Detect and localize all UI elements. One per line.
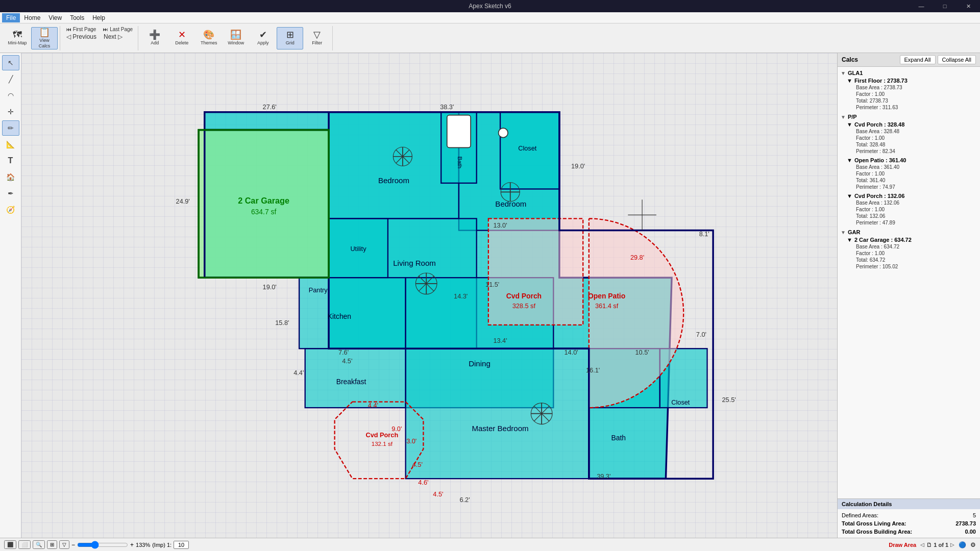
next-button[interactable]: Next ▷ bbox=[101, 33, 126, 41]
zoom-slider[interactable] bbox=[77, 541, 128, 549]
filter-icon: ▽ bbox=[313, 30, 321, 39]
settings-status-button[interactable]: ⚙ bbox=[970, 541, 976, 548]
next-page-btn[interactable]: ▷ bbox=[950, 542, 954, 547]
svg-text:19.0': 19.0' bbox=[263, 283, 277, 291]
svg-text:7.0': 7.0' bbox=[696, 331, 706, 338]
add-button[interactable]: ➕ Add bbox=[141, 27, 168, 49]
calcs-panel-title: Calcs bbox=[842, 56, 858, 63]
close-button[interactable]: ✕ bbox=[957, 0, 980, 12]
text-tool[interactable]: T bbox=[2, 153, 19, 168]
svg-text:19.0': 19.0' bbox=[571, 162, 585, 170]
svg-text:14.3': 14.3' bbox=[454, 292, 468, 300]
left-tool-panel: ↖ ╱ ◠ ✛ ✏ 📐 T 🏠 ✒ 🧭 bbox=[0, 53, 21, 538]
toolbar-group-nav: ⏮ First Page ⏭ Last Page ◁ Previous Next… bbox=[61, 26, 138, 51]
cvd-porch2-base: Base Area : 132.06 bbox=[856, 199, 978, 206]
2car-total: Total: 634.72 bbox=[856, 257, 978, 263]
last-page-button[interactable]: ⏭ Last Page bbox=[100, 26, 136, 33]
apply-button[interactable]: ✔ Apply bbox=[250, 27, 276, 49]
compass-tool[interactable]: 🧭 bbox=[2, 202, 19, 217]
zoom-out-button[interactable]: − bbox=[71, 541, 75, 548]
maximize-button[interactable]: □ bbox=[933, 0, 957, 12]
bluetooth-button[interactable]: 🔵 bbox=[959, 541, 966, 548]
svg-text:2 Car Garage: 2 Car Garage bbox=[238, 196, 289, 205]
grid-icon: ⊞ bbox=[286, 30, 294, 39]
menu-view[interactable]: View bbox=[44, 13, 66, 22]
minimize-button[interactable]: — bbox=[910, 0, 933, 12]
calcs-body[interactable]: ▼ GLA1 ▼ First Floor : 2738.73 Base Area… bbox=[838, 67, 980, 498]
gla1-header[interactable]: ▼ GLA1 bbox=[840, 69, 978, 77]
prev-page-button[interactable]: ◁ bbox=[920, 542, 924, 547]
2car-header[interactable]: ▼ 2 Car Garage : 634.72 bbox=[846, 236, 978, 243]
open-patio-header[interactable]: ▼ Open Patio : 361.40 bbox=[846, 157, 978, 164]
svg-text:Cvd Porch: Cvd Porch bbox=[506, 292, 542, 300]
cvd-porch1-header[interactable]: ▼ Cvd Porch : 328.48 bbox=[846, 121, 978, 128]
total-gba-value: 0.00 bbox=[965, 529, 976, 535]
svg-text:Utility: Utility bbox=[350, 245, 366, 253]
view-calcs-icon: 📋 bbox=[39, 28, 50, 37]
mini-map-icon: 🗺 bbox=[13, 30, 22, 39]
menu-file[interactable]: File bbox=[2, 13, 20, 22]
view-calcs-button[interactable]: 📋 ViewCalcs bbox=[31, 27, 58, 49]
first-floor-header[interactable]: ▼ First Floor : 2738.73 bbox=[846, 77, 978, 84]
collapse-all-button[interactable]: Collapse All bbox=[938, 55, 976, 64]
window-button[interactable]: 🪟 Window bbox=[223, 27, 249, 49]
svg-text:11.5': 11.5' bbox=[485, 281, 499, 288]
first-page-button[interactable]: ⏮ First Page bbox=[63, 26, 99, 33]
grid-small-button[interactable]: ⊞ bbox=[47, 540, 57, 549]
apply-label: Apply bbox=[257, 40, 269, 46]
calculation-details-bar[interactable]: Calculation Details bbox=[838, 498, 980, 509]
svg-rect-9 bbox=[406, 348, 589, 479]
menu-tools[interactable]: Tools bbox=[66, 13, 88, 22]
menu-home[interactable]: Home bbox=[20, 13, 44, 22]
2car-factor: Factor : 1.00 bbox=[856, 250, 978, 257]
measure-tool[interactable]: 📐 bbox=[2, 137, 19, 152]
delete-icon: ✕ bbox=[178, 30, 186, 39]
expand-all-button[interactable]: Expand All bbox=[900, 55, 936, 64]
pp-cvd-porch2: ▼ Cvd Porch : 132.06 Base Area : 132.06 … bbox=[846, 192, 978, 226]
cvd-porch2-header[interactable]: ▼ Cvd Porch : 132.06 bbox=[846, 192, 978, 199]
arc-tool[interactable]: ◠ bbox=[2, 88, 19, 103]
themes-button[interactable]: 🎨 Themes bbox=[195, 27, 222, 49]
svg-text:Pantry: Pantry bbox=[309, 286, 328, 294]
zoom-in-btn[interactable]: + bbox=[130, 541, 134, 548]
status-left: ⬛ ⬜ 🔍 ⊞ ▽ − + 133% (Imp) 1: bbox=[4, 540, 189, 549]
2car-base: Base Area : 634.72 bbox=[856, 243, 978, 250]
svg-point-88 bbox=[499, 128, 508, 138]
filter-button[interactable]: ▽ Filter bbox=[304, 27, 330, 49]
pp-header[interactable]: ▼ P/P bbox=[840, 113, 978, 121]
pen-tool[interactable]: ✒ bbox=[2, 186, 19, 201]
fit-page-button[interactable]: ⬛ bbox=[4, 540, 16, 549]
svg-text:27.6': 27.6' bbox=[263, 103, 277, 111]
window-label: Window bbox=[228, 40, 244, 46]
svg-text:29.8': 29.8' bbox=[630, 254, 644, 261]
gar-label: GAR bbox=[848, 229, 860, 235]
draw-area-label: Draw Area bbox=[889, 542, 916, 548]
zoom-in-button[interactable]: 🔍 bbox=[33, 540, 45, 549]
draw-tool[interactable]: ✏ bbox=[2, 120, 19, 136]
svg-text:Open Patio: Open Patio bbox=[588, 292, 625, 300]
svg-text:10.5': 10.5' bbox=[635, 348, 649, 356]
filter-status-button[interactable]: ▽ bbox=[59, 540, 69, 549]
gar-header[interactable]: ▼ GAR bbox=[840, 228, 978, 236]
stamp-tool[interactable]: 🏠 bbox=[2, 169, 19, 185]
scale-input[interactable] bbox=[174, 541, 189, 549]
total-gla-value: 2738.73 bbox=[955, 520, 976, 527]
select-tool[interactable]: ↖ bbox=[2, 55, 19, 70]
svg-text:8.1': 8.1' bbox=[699, 230, 709, 238]
svg-text:Bath: Bath bbox=[457, 156, 463, 168]
grid-button[interactable]: ⊞ Grid bbox=[277, 27, 303, 49]
svg-text:Cvd Porch: Cvd Porch bbox=[365, 431, 398, 439]
open-patio-factor: Factor : 1.00 bbox=[856, 170, 978, 177]
mini-map-button[interactable]: 🗺 Mini-Map bbox=[4, 27, 31, 49]
previous-button[interactable]: ◁ Previous bbox=[63, 33, 100, 41]
canvas-area[interactable]: 27.6' 38.3' 19.0' 24.9' 19.0' 15.8' 4.4'… bbox=[21, 53, 837, 538]
menu-help[interactable]: Help bbox=[88, 13, 109, 22]
svg-text:3.0': 3.0' bbox=[406, 437, 416, 445]
line-tool[interactable]: ╱ bbox=[2, 71, 19, 87]
move-tool[interactable]: ✛ bbox=[2, 104, 19, 119]
delete-button[interactable]: ✕ Delete bbox=[168, 27, 195, 49]
pp-open-patio: ▼ Open Patio : 361.40 Base Area : 361.40… bbox=[846, 157, 978, 190]
svg-text:Closet: Closet bbox=[671, 398, 690, 406]
app-title: Apex Sketch v6 bbox=[469, 3, 511, 10]
fit-width-button[interactable]: ⬜ bbox=[18, 540, 31, 549]
